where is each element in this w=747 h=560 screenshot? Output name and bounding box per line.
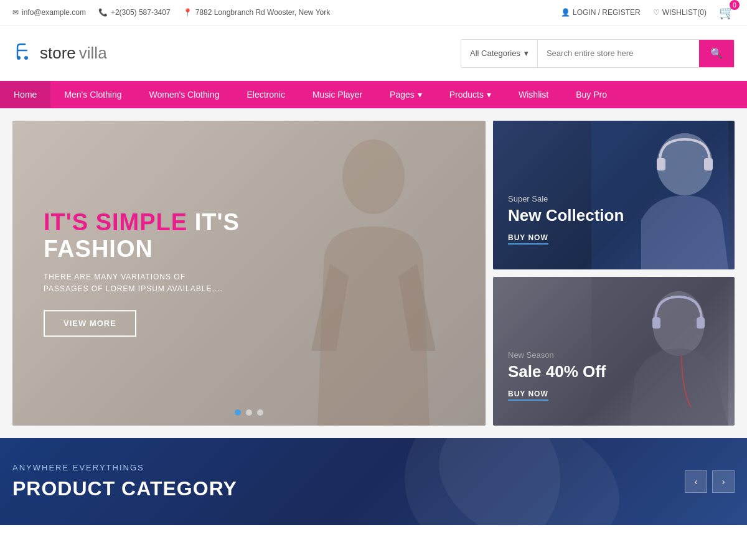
banner2-content: New Season Sale 40% Off BUY NOW [508, 350, 606, 401]
banner2-super-label: New Season [508, 350, 606, 360]
product-category-subtitle: ANYWHERE EVERYTHINGS [12, 463, 237, 472]
main-nav: Home Men's Clothing Women's Clothing Ele… [0, 81, 747, 108]
nav-item-products[interactable]: Products ▾ [436, 81, 505, 108]
hero-background: IT'S SIMPLE IT'S FASHION THERE ARE MANY … [12, 121, 486, 426]
address-info: 📍 7882 Longbranch Rd Wooster, New York [183, 8, 331, 17]
svg-point-2 [342, 139, 405, 214]
top-bar: ✉ info@example.com 📞 +2(305) 587-3407 📍 … [0, 0, 747, 26]
search-bar: All Categories ▾ 🔍 [461, 39, 735, 68]
slider-dots [235, 409, 263, 416]
product-category-next-button[interactable]: › [712, 470, 735, 493]
product-category-section: ANYWHERE EVERYTHINGS PRODUCT CATEGORY ‹ … [0, 438, 747, 525]
hero-slider: IT'S SIMPLE IT'S FASHION THERE ARE MANY … [12, 121, 486, 426]
main-content: IT'S SIMPLE IT'S FASHION THERE ARE MANY … [0, 108, 747, 438]
product-category-text: ANYWHERE EVERYTHINGS PRODUCT CATEGORY [12, 463, 237, 500]
search-category-dropdown[interactable]: All Categories ▾ [461, 40, 538, 67]
header: store villa All Categories ▾ 🔍 [0, 26, 747, 81]
email-info: ✉ info@example.com [12, 8, 86, 17]
nav-item-mens-clothing[interactable]: Men's Clothing [50, 81, 135, 108]
search-icon: 🔍 [710, 48, 723, 58]
nav-item-wishlist[interactable]: Wishlist [505, 81, 562, 108]
top-bar-actions: 👤 LOGIN / REGISTER ♡ WISHLIST(0) 🛒 0 [561, 5, 735, 20]
nav-item-buy-pro[interactable]: Buy Pro [562, 81, 621, 108]
banner-new-collection[interactable]: Super Sale New Collection BUY NOW [493, 121, 735, 269]
hero-text-content: IT'S SIMPLE IT'S FASHION THERE ARE MANY … [44, 209, 240, 337]
hero-person-svg [286, 139, 461, 426]
banner2-title: Sale 40% Off [508, 362, 606, 381]
logo-villa-text: villa [79, 44, 107, 63]
svg-rect-5 [657, 158, 665, 170]
svg-rect-6 [704, 158, 713, 170]
logo-svg [12, 38, 37, 63]
product-category-nav: ‹ › [685, 470, 735, 493]
slider-dot-2[interactable] [246, 409, 252, 416]
nav-item-electronic[interactable]: Electronic [233, 81, 298, 108]
cart-badge: 0 [730, 0, 740, 10]
search-button[interactable]: 🔍 [699, 40, 734, 67]
nav-item-home[interactable]: Home [0, 81, 50, 108]
hero-cta-button[interactable]: VIEW MORE [44, 310, 136, 337]
chevron-down-icon: ▾ [524, 49, 529, 58]
location-icon: 📍 [183, 8, 192, 17]
slider-dot-1[interactable] [235, 409, 241, 416]
hero-title-white: FASHION [44, 236, 240, 263]
hero-subtitle: THERE ARE MANY VARIATIONS OF PASSAGES OF… [44, 271, 230, 295]
phone-icon: 📞 [98, 8, 108, 17]
svg-point-0 [17, 56, 21, 60]
product-category-prev-button[interactable]: ‹ [685, 470, 707, 493]
banner2-buy-now[interactable]: BUY NOW [508, 390, 548, 401]
product-category-title: PRODUCT CATEGORY [12, 477, 237, 500]
nav-item-pages[interactable]: Pages ▾ [376, 81, 436, 108]
search-input[interactable] [538, 40, 699, 67]
chevron-down-icon: ▾ [418, 90, 422, 100]
logo-store-text: store [40, 44, 76, 63]
svg-rect-9 [652, 317, 660, 329]
hero-title-pink: IT'S SIMPLE IT'S [44, 209, 240, 236]
logo-icon [12, 38, 37, 68]
user-icon: 👤 [561, 8, 570, 17]
nav-item-womens-clothing[interactable]: Women's Clothing [136, 81, 233, 108]
side-banners: Super Sale New Collection BUY NOW New Se… [493, 121, 735, 426]
banner1-content: Super Sale New Collection BUY NOW [508, 194, 624, 245]
login-register-link[interactable]: 👤 LOGIN / REGISTER [561, 8, 641, 17]
heart-icon: ♡ [653, 8, 660, 17]
banner-sale[interactable]: New Season Sale 40% Off BUY NOW [493, 277, 735, 426]
banner2-person-svg [591, 277, 728, 426]
svg-point-1 [24, 56, 28, 60]
email-icon: ✉ [12, 8, 19, 17]
svg-rect-10 [697, 317, 705, 329]
slider-dot-3[interactable] [257, 409, 263, 416]
chevron-down-icon: ▾ [487, 90, 491, 100]
cart-button[interactable]: 🛒 0 [719, 5, 735, 20]
wishlist-link[interactable]: ♡ WISHLIST(0) [653, 8, 707, 17]
logo[interactable]: store villa [12, 38, 107, 68]
top-bar-contact: ✉ info@example.com 📞 +2(305) 587-3407 📍 … [12, 8, 330, 17]
banner1-title: New Collection [508, 206, 624, 225]
phone-info: 📞 +2(305) 587-3407 [98, 8, 171, 17]
nav-item-music-player[interactable]: Music Player [299, 81, 376, 108]
banner1-buy-now[interactable]: BUY NOW [508, 233, 548, 245]
banner1-super-label: Super Sale [508, 194, 624, 203]
